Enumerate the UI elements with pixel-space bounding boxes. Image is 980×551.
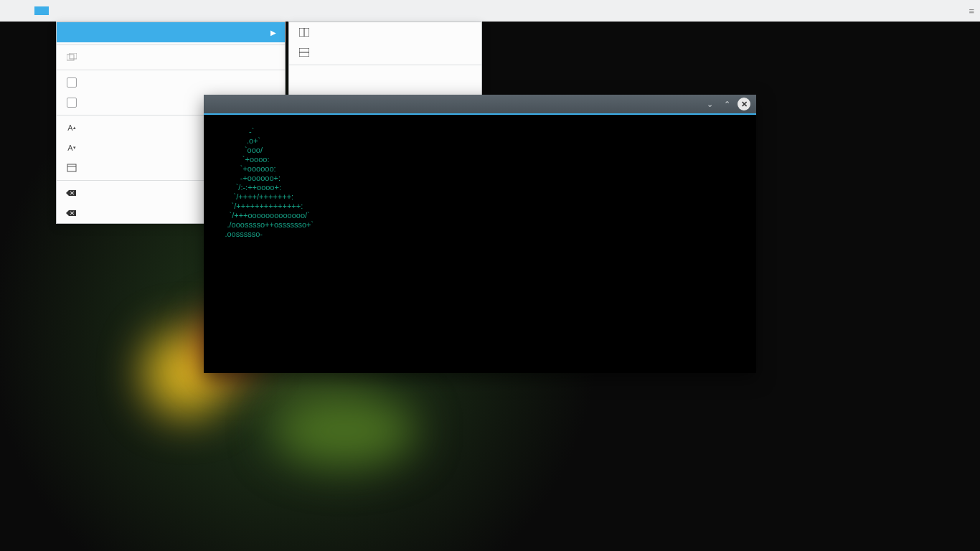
detach-icon	[65, 52, 78, 63]
ascii-art: -` .o+` `ooo/	[209, 127, 306, 154]
checkbox-icon	[65, 77, 78, 88]
konsole-window: ⌄ ⌃ ✕ -` .o+` `ooo/ `+oooo: `+oooooo:	[204, 95, 756, 373]
clear-icon	[65, 207, 78, 219]
menu-separator	[57, 70, 285, 70]
chevron-right-icon: ▶	[270, 29, 276, 37]
menu-monitor-silence[interactable]	[57, 72, 285, 93]
menu-edit[interactable]	[20, 6, 34, 15]
split-tb-icon	[298, 47, 311, 58]
svg-rect-2	[67, 164, 76, 171]
hamburger-icon[interactable]: ≡	[969, 6, 974, 17]
encoding-icon	[65, 162, 78, 174]
wallpaper-blur	[273, 395, 416, 466]
maximize-button[interactable]: ⌃	[720, 98, 733, 110]
svg-rect-1	[70, 53, 77, 59]
blank-icon	[298, 72, 311, 83]
font-smaller-icon: A▾	[65, 142, 78, 154]
menu-settings[interactable]	[63, 6, 77, 15]
checkbox-icon	[65, 97, 78, 108]
close-button[interactable]: ✕	[738, 98, 750, 110]
menubar: ≡	[0, 0, 980, 22]
menu-split-view[interactable]: ▶	[57, 22, 285, 42]
font-larger-icon: A▴	[65, 122, 78, 133]
prompt-line	[209, 118, 249, 126]
svg-rect-0	[67, 55, 74, 60]
menu-file[interactable]	[6, 6, 20, 15]
menu-separator	[289, 65, 481, 65]
menu-detach-tab	[57, 47, 285, 67]
menu-close-active	[289, 67, 481, 88]
menu-split-lr[interactable]	[289, 22, 481, 42]
blank-icon	[65, 27, 78, 38]
menu-split-tb[interactable]	[289, 42, 481, 62]
menu-bookmarks[interactable]	[49, 6, 63, 15]
terminal-output[interactable]: -` .o+` `ooo/ `+oooo: `+oooooo: -+oooooo…	[204, 115, 756, 373]
clear-icon	[65, 187, 78, 199]
minimize-button[interactable]: ⌄	[703, 98, 716, 110]
menu-view[interactable]	[34, 6, 49, 15]
menu-help[interactable]	[77, 6, 92, 15]
menu-separator	[57, 44, 285, 45]
split-lr-icon	[298, 27, 311, 38]
window-titlebar[interactable]: ⌄ ⌃ ✕	[204, 95, 756, 115]
